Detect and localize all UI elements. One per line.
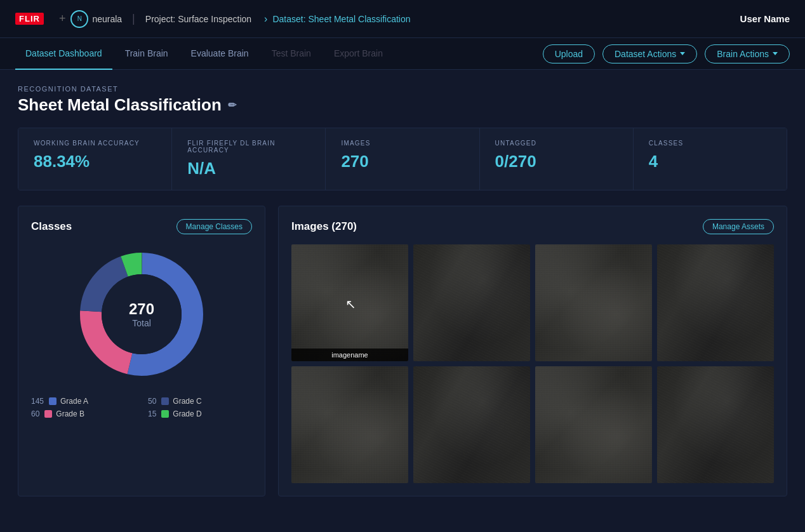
images-panel-title: Images (270) <box>291 220 357 233</box>
stat-label-working-accuracy: WORKING BRAIN ACCURACY <box>34 140 156 147</box>
nav-export-brain: Export Brain <box>324 38 393 70</box>
manage-assets-button[interactable]: Manage Assets <box>703 219 774 234</box>
topbar: FLIR + N neurala | Project: Surface Insp… <box>0 0 805 38</box>
stat-value-classes: 4 <box>649 152 771 171</box>
donut-center-text: 270 Total <box>129 300 154 328</box>
stat-label-untagged: UNTAGGED <box>495 140 618 147</box>
stat-value-firefly-accuracy: N/A <box>187 159 310 178</box>
legend-item-gradeb: 60 Grade B <box>31 409 135 418</box>
page-subtitle: RECOGNITION DATASET <box>18 85 787 93</box>
image-surface-7 <box>535 366 652 483</box>
image-thumbnail-3[interactable] <box>535 244 652 361</box>
main-sections: Classes Manage Classes <box>18 206 787 496</box>
brain-actions-chevron <box>773 52 778 55</box>
classes-panel-header: Classes Manage Classes <box>31 219 252 234</box>
nav-separator: | <box>132 12 135 25</box>
flir-wordmark: FLIR <box>15 13 44 25</box>
nav-evaluate-brain[interactable]: Evaluate Brain <box>181 38 259 70</box>
legend-item-graded: 15 Grade D <box>148 409 252 418</box>
dataset-actions-button[interactable]: Dataset Actions <box>602 44 697 63</box>
images-grid: imagename ↖ <box>291 244 774 483</box>
page-content: RECOGNITION DATASET Sheet Metal Classifi… <box>0 70 805 496</box>
legend-item-gradec: 50 Grade C <box>148 397 252 406</box>
image-surface-1 <box>291 244 408 361</box>
image-surface-6 <box>413 366 530 483</box>
image-surface-8 <box>657 366 774 483</box>
legend-count-gradec: 50 <box>148 397 156 406</box>
stat-label-classes: CLASSES <box>649 140 771 147</box>
plus-separator: + <box>59 12 66 25</box>
images-panel-header: Images (270) Manage Assets <box>291 219 774 234</box>
stat-label-images: IMAGES <box>341 140 463 147</box>
manage-classes-button[interactable]: Manage Classes <box>176 219 252 234</box>
image-surface-3 <box>535 244 652 361</box>
legend-dot-graded <box>161 410 169 418</box>
dataset-label: Dataset: Sheet Metal Classification <box>272 14 410 24</box>
image-thumbnail-2[interactable] <box>413 244 530 361</box>
secondary-nav: Dataset Dashboard Train Brain Evaluate B… <box>0 38 805 70</box>
legend-label-gradeb: Grade B <box>56 409 84 418</box>
neurala-wordmark: neurala <box>92 14 122 24</box>
brain-actions-button[interactable]: Brain Actions <box>705 44 790 63</box>
donut-chart: 270 Total <box>72 244 211 384</box>
legend-count-graded: 15 <box>148 409 156 418</box>
legend-label-gradea: Grade A <box>60 397 88 406</box>
stat-classes: CLASSES 4 <box>634 128 787 190</box>
image-thumbnail-6[interactable] <box>413 366 530 483</box>
project-label: Project: Surface Inspection <box>145 14 251 24</box>
donut-total-number: 270 <box>129 300 154 318</box>
image-thumbnail-5[interactable] <box>291 366 408 483</box>
image-surface-4 <box>657 244 774 361</box>
legend-dot-gradea <box>49 397 57 405</box>
nav-test-brain: Test Brain <box>262 38 321 70</box>
image-surface-2 <box>413 244 530 361</box>
legend-count-gradeb: 60 <box>31 409 39 418</box>
stat-untagged: UNTAGGED 0/270 <box>480 128 634 190</box>
page-title: Sheet Metal Classification ✏ <box>18 95 787 115</box>
classes-legend: 145 Grade A 50 Grade C 60 Grade B 15 <box>31 397 252 418</box>
stat-label-firefly-accuracy: FLIR FIREFLY DL BRAIN ACCURACY <box>187 140 310 154</box>
legend-label-gradec: Grade C <box>173 397 201 406</box>
flir-logo: FLIR <box>15 13 44 25</box>
classes-panel: Classes Manage Classes <box>18 206 265 496</box>
image-thumbnail-8[interactable] <box>657 366 774 483</box>
neurala-logo: N neurala <box>70 10 122 28</box>
image-thumbnail-4[interactable] <box>657 244 774 361</box>
image-tooltip-1: imagename <box>291 349 408 361</box>
stat-firefly-accuracy: FLIR FIREFLY DL BRAIN ACCURACY N/A <box>172 128 326 190</box>
edit-title-icon[interactable]: ✏ <box>228 99 236 111</box>
stats-row: WORKING BRAIN ACCURACY 88.34% FLIR FIREF… <box>18 128 787 190</box>
image-thumbnail-1[interactable]: imagename ↖ <box>291 244 408 361</box>
classes-panel-title: Classes <box>31 220 72 233</box>
breadcrumb-separator: › <box>264 13 267 25</box>
user-name: User Name <box>740 13 790 24</box>
dataset-actions-chevron <box>680 52 685 55</box>
donut-total-label: Total <box>129 318 154 328</box>
stat-value-untagged: 0/270 <box>495 152 618 171</box>
neurala-icon: N <box>70 10 88 28</box>
legend-dot-gradeb <box>44 410 52 418</box>
legend-label-graded: Grade D <box>173 409 201 418</box>
stat-working-accuracy: WORKING BRAIN ACCURACY 88.34% <box>18 128 172 190</box>
upload-button[interactable]: Upload <box>543 44 595 63</box>
image-surface-5 <box>291 366 408 483</box>
legend-count-gradea: 145 <box>31 397 44 406</box>
nav-train-brain[interactable]: Train Brain <box>115 38 178 70</box>
stat-images: IMAGES 270 <box>326 128 479 190</box>
legend-item-gradea: 145 Grade A <box>31 397 135 406</box>
stat-value-working-accuracy: 88.34% <box>34 152 156 171</box>
nav-dataset-dashboard[interactable]: Dataset Dashboard <box>15 38 112 70</box>
image-thumbnail-7[interactable] <box>535 366 652 483</box>
donut-chart-container: 270 Total <box>31 244 252 384</box>
images-panel: Images (270) Manage Assets imagename ↖ <box>278 206 787 496</box>
stat-value-images: 270 <box>341 152 463 171</box>
legend-dot-gradec <box>161 397 169 405</box>
